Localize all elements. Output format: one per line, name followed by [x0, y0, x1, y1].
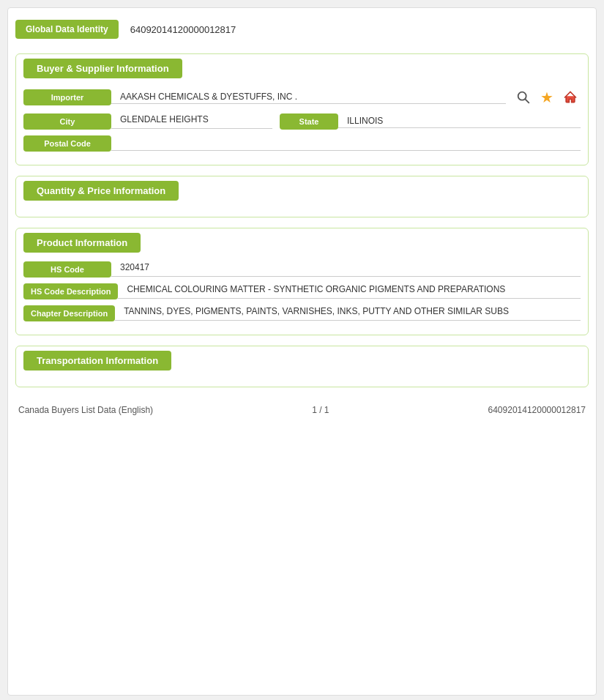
global-identity-value: 64092014120000012817 [119, 24, 236, 35]
hs-code-value: 320417 [111, 262, 581, 277]
city-label: City [23, 113, 111, 130]
chapter-desc-label: Chapter Description [23, 305, 115, 321]
search-icon[interactable] [513, 87, 534, 108]
importer-icons: ★ [513, 87, 581, 108]
global-identity-label: Global Data Identity [15, 20, 119, 39]
footer-right: 64092014120000012817 [488, 405, 586, 415]
quantity-price-title: Quantity & Price Information [23, 181, 179, 201]
hs-desc-row: HS Code Description CHEMICAL COLOURING M… [23, 283, 581, 299]
svg-line-1 [525, 99, 529, 103]
global-identity-row: Global Data Identity 6409201412000001281… [15, 15, 589, 43]
importer-value: AAKASH CHEMICALS & DYESTUFFS, INC . [111, 92, 506, 104]
state-value: ILLINOIS [338, 116, 581, 128]
footer: Canada Buyers List Data (English) 1 / 1 … [15, 398, 589, 422]
chapter-desc-row: Chapter Description TANNINS, DYES, PIGME… [23, 305, 581, 321]
city-state-row: City GLENDALE HEIGHTS State ILLINOIS [23, 113, 581, 130]
buyer-supplier-section: Buyer & Supplier Information Importer AA… [15, 53, 589, 165]
transportation-title: Transportation Information [23, 351, 171, 371]
footer-left: Canada Buyers List Data (English) [18, 405, 153, 415]
postal-label: Postal Code [23, 135, 111, 152]
hs-code-row: HS Code 320417 [23, 261, 581, 278]
buyer-supplier-title: Buyer & Supplier Information [23, 59, 182, 78]
main-container: Global Data Identity 6409201412000001281… [7, 7, 597, 696]
state-label: State [280, 113, 338, 130]
city-value: GLENDALE HEIGHTS [111, 114, 272, 129]
home-icon[interactable] [560, 87, 581, 108]
importer-label: Importer [23, 89, 111, 105]
chapter-desc-value: TANNINS, DYES, PIGMENTS, PAINTS, VARNISH… [115, 306, 581, 321]
product-title: Product Information [23, 233, 141, 253]
hs-code-label: HS Code [23, 261, 111, 278]
quantity-price-section: Quantity & Price Information [15, 176, 589, 217]
product-section: Product Information HS Code 320417 HS Co… [15, 228, 589, 335]
postal-value [111, 136, 581, 151]
postal-row: Postal Code [23, 135, 581, 152]
importer-row: Importer AAKASH CHEMICALS & DYESTUFFS, I… [23, 87, 581, 108]
star-icon[interactable]: ★ [537, 87, 557, 108]
footer-center: 1 / 1 [312, 405, 329, 415]
transportation-section: Transportation Information [15, 346, 589, 387]
hs-desc-label: HS Code Description [23, 283, 118, 299]
hs-desc-value: CHEMICAL COLOURING MATTER - SYNTHETIC OR… [118, 284, 581, 299]
